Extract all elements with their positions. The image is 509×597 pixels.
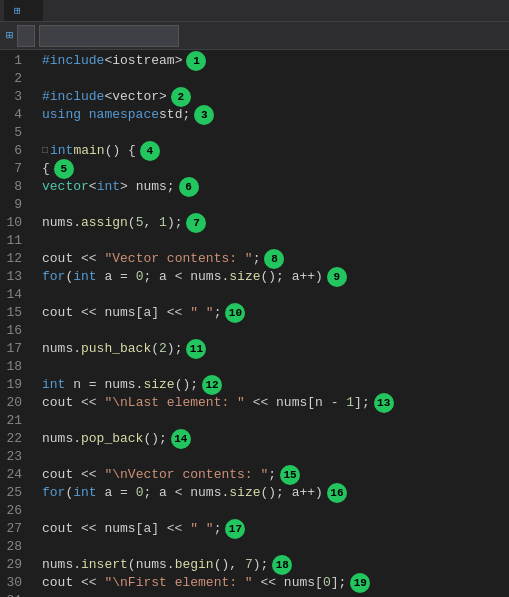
line-number: 31 [4, 592, 30, 597]
badge-9: 9 [327, 267, 347, 287]
code-line [38, 70, 509, 88]
line-number: 28 [4, 538, 30, 556]
line-number: 16 [4, 322, 30, 340]
code-line [38, 448, 509, 466]
line-number: 10 [4, 214, 30, 232]
line-number: 1 [4, 52, 30, 70]
code-line [38, 358, 509, 376]
tab-icon: ⊞ [14, 4, 21, 17]
line-number: 11 [4, 232, 30, 250]
badge-18: 18 [272, 555, 292, 575]
toolbar-icon: ⊞ [6, 28, 13, 43]
badge-17: 17 [225, 519, 245, 539]
code-line: int n = nums.size();12 [38, 376, 509, 394]
line-number: 27 [4, 520, 30, 538]
line-number: 14 [4, 286, 30, 304]
line-numbers: 1234567891011121314151617181920212223242… [0, 50, 38, 597]
code-line: cout << "\nLast element: " << nums[n - 1… [38, 394, 509, 412]
line-number: 2 [4, 70, 30, 88]
badge-7: 7 [186, 213, 206, 233]
file-tab[interactable]: ⊞ [4, 0, 43, 21]
code-line: nums.insert(nums.begin(), 7);18 [38, 556, 509, 574]
code-line: cout << "\nVector contents: ";15 [38, 466, 509, 484]
badge-4: 4 [140, 141, 160, 161]
code-line [38, 286, 509, 304]
code-line: {5 [38, 160, 509, 178]
line-number: 18 [4, 358, 30, 376]
badge-2: 2 [171, 87, 191, 107]
badge-8: 8 [264, 249, 284, 269]
code-line [38, 412, 509, 430]
code-line: □int main() {4 [38, 142, 509, 160]
title-bar: ⊞ [0, 0, 509, 22]
editor: 1234567891011121314151617181920212223242… [0, 50, 509, 597]
badge-1: 1 [186, 51, 206, 71]
line-number: 22 [4, 430, 30, 448]
toolbar: ⊞ [0, 22, 509, 50]
line-number: 30 [4, 574, 30, 592]
line-number: 17 [4, 340, 30, 358]
line-number: 15 [4, 304, 30, 322]
code-line [38, 196, 509, 214]
line-number: 19 [4, 376, 30, 394]
code-area[interactable]: #include <iostream>1 #include <vector>2u… [38, 50, 509, 597]
line-number: 5 [4, 124, 30, 142]
code-line: #include <vector>2 [38, 88, 509, 106]
code-line [38, 322, 509, 340]
code-line: #include <iostream>1 [38, 52, 509, 70]
badge-6: 6 [179, 177, 199, 197]
line-number: 26 [4, 502, 30, 520]
code-line: cout << "\nFirst element: " << nums[0];1… [38, 574, 509, 592]
badge-12: 12 [202, 375, 222, 395]
line-number: 20 [4, 394, 30, 412]
line-number: 24 [4, 466, 30, 484]
badge-13: 13 [374, 393, 394, 413]
line-number: 12 [4, 250, 30, 268]
code-line: cout << nums[a] << " ";10 [38, 304, 509, 322]
code-line: cout << "Vector contents: ";8 [38, 250, 509, 268]
code-line: nums.pop_back();14 [38, 430, 509, 448]
line-number: 29 [4, 556, 30, 574]
code-line: using namespace std;3 [38, 106, 509, 124]
code-line [38, 592, 509, 597]
badge-5: 5 [54, 159, 74, 179]
code-line: for (int a = 0; a < nums.size(); a++)16 [38, 484, 509, 502]
scope-display [39, 25, 179, 47]
badge-16: 16 [327, 483, 347, 503]
line-number: 23 [4, 448, 30, 466]
code-line: vector<int> nums;6 [38, 178, 509, 196]
line-number: 25 [4, 484, 30, 502]
badge-3: 3 [194, 105, 214, 125]
code-line [38, 124, 509, 142]
badge-11: 11 [186, 339, 206, 359]
badge-15: 15 [280, 465, 300, 485]
code-line [38, 502, 509, 520]
line-number: 21 [4, 412, 30, 430]
code-line [38, 538, 509, 556]
line-number: 3 [4, 88, 30, 106]
code-line: for (int a = 0; a < nums.size(); a++)9 [38, 268, 509, 286]
badge-10: 10 [225, 303, 245, 323]
code-line: nums.push_back(2);11 [38, 340, 509, 358]
badge-19: 19 [350, 573, 370, 593]
line-number: 6 [4, 142, 30, 160]
line-number: 4 [4, 106, 30, 124]
line-number: 9 [4, 196, 30, 214]
code-line [38, 232, 509, 250]
scope-selector[interactable] [17, 25, 35, 47]
code-line: cout << nums[a] << " ";17 [38, 520, 509, 538]
line-number: 13 [4, 268, 30, 286]
line-number: 8 [4, 178, 30, 196]
badge-14: 14 [171, 429, 191, 449]
line-number: 7 [4, 160, 30, 178]
code-line: nums.assign(5, 1);7 [38, 214, 509, 232]
